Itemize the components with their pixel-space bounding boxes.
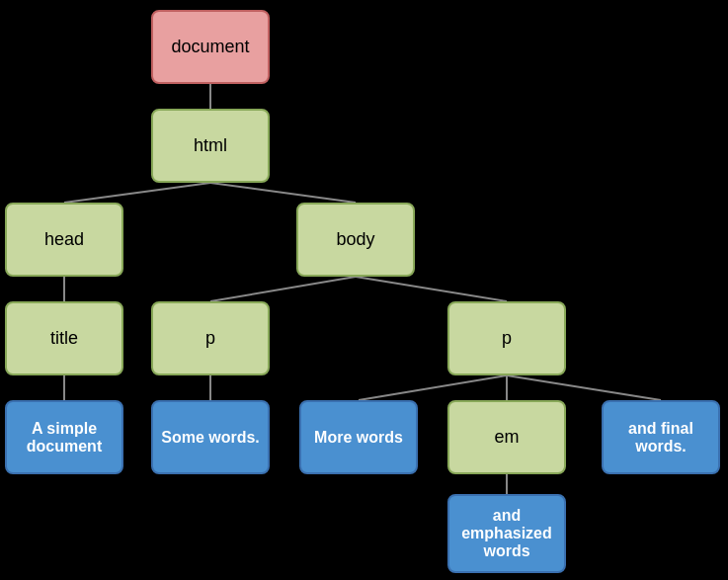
- node-em: em: [447, 400, 566, 474]
- svg-line-1: [64, 183, 210, 203]
- node-html: html: [151, 109, 270, 183]
- connector-lines: [0, 0, 728, 580]
- node-document: document: [151, 10, 270, 84]
- node-somewords: Some words.: [151, 400, 270, 474]
- node-head: head: [5, 203, 123, 277]
- svg-line-2: [210, 183, 356, 203]
- svg-line-5: [356, 277, 507, 301]
- node-body: body: [296, 203, 415, 277]
- node-p2: p: [447, 301, 566, 375]
- node-morewords: More words: [299, 400, 418, 474]
- node-emphasized: and emphasized words: [447, 494, 566, 573]
- svg-line-10: [507, 375, 661, 400]
- svg-line-8: [359, 375, 507, 400]
- node-simple: A simple document: [5, 400, 123, 474]
- node-title: title: [5, 301, 123, 375]
- svg-line-4: [210, 277, 356, 301]
- node-finalwords: and final words.: [602, 400, 720, 474]
- tree-container: documenthtmlheadbodytitleppA simple docu…: [0, 0, 728, 580]
- node-p1: p: [151, 301, 270, 375]
